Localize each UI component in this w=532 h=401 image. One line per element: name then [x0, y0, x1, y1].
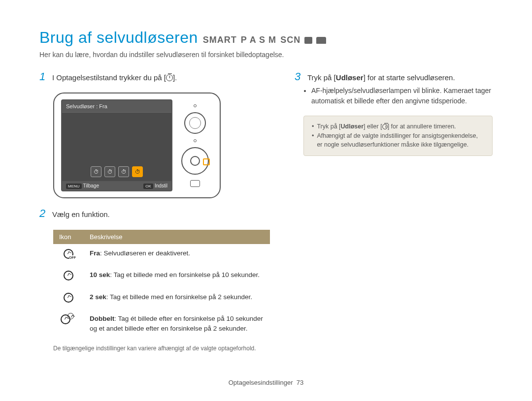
table-row-3-desc: Dobbelt: Tag ét billede efter en forsink… [84, 309, 270, 338]
function-table: Ikon Beskrivelse Fra: Selvudløseren er d… [53, 230, 270, 338]
footer-page-number: 73 [297, 379, 303, 386]
table-footnote: De tilgængelige indstillinger kan varier… [53, 344, 270, 353]
mode-scn: SCN [280, 35, 300, 45]
timer-off-icon [64, 249, 73, 259]
camera-screen-title: Selvudløser : Fra [62, 100, 171, 113]
page-footer: Optagelsesindstillinger 73 [0, 379, 532, 386]
right-column: 3 Tryk på [Udløser] for at starte selvud… [295, 71, 493, 353]
table-row: Fra: Selvudløseren er deaktiveret. [53, 244, 270, 266]
mode-letters: P A S M [241, 35, 276, 45]
info-bullet-2: Afhængigt af de valgte indstillinger for… [312, 131, 484, 150]
camera-mode-dial [184, 112, 206, 134]
timer-2-icon [64, 293, 73, 303]
camera-option-row: ⏱ ⏱ ⏱ ⏱ [66, 166, 167, 177]
step-3-text: Tryk på [Udløser] for at starte selvudlø… [307, 71, 493, 83]
camera-option-selected: ⏱ [132, 166, 143, 177]
table-row-0-desc: Fra: Selvudløseren er deaktiveret. [84, 244, 270, 266]
table-row-2-desc: 2 sek: Tag et billede med en forsinkelse… [84, 288, 270, 310]
camera-wheel-highlight [203, 158, 210, 165]
timer-10-icon [64, 271, 73, 280]
camera-set-label: OKIndstil [143, 183, 167, 188]
table-head-desc: Beskrivelse [84, 230, 270, 244]
step-2: 2 Vælg en funktion. [39, 208, 270, 219]
mode-icon-2 [316, 37, 326, 44]
step-2-number: 2 [39, 208, 48, 219]
step-2-text: Vælg en funktion. [52, 208, 270, 219]
table-row: 2 sek: Tag et billede med en forsinkelse… [53, 288, 270, 310]
left-column: 1 I Optagelsestilstand trykker du på [].… [39, 71, 270, 353]
camera-option-10: ⏱ [104, 166, 115, 177]
mode-icon-1 [304, 37, 312, 44]
camera-back-label: MENUTilbage [66, 183, 99, 188]
mode-strip: SMART P A S M SCN [203, 35, 326, 45]
camera-control-wheel [181, 147, 209, 175]
timer-icon [166, 74, 173, 81]
timer-double-icon-small [67, 313, 74, 319]
table-row: 10 sek: Tag et billede med en forsinkels… [53, 266, 270, 288]
camera-small-button [190, 180, 200, 187]
timer-icon [382, 124, 388, 129]
step-1: 1 I Optagelsestilstand trykker du på []. [39, 71, 270, 83]
title-row: Brug af selvudløseren SMART P A S M SCN [39, 29, 493, 47]
camera-option-2: ⏱ [118, 166, 129, 177]
step-3: 3 Tryk på [Udløser] for at starte selvud… [295, 71, 493, 106]
table-row: Dobbelt: Tag ét billede efter en forsink… [53, 309, 270, 338]
mode-smart: SMART [203, 35, 237, 45]
page-title: Brug af selvudløseren [39, 29, 198, 47]
step-1-text: I Optagelsestilstand trykker du på []. [52, 71, 270, 83]
camera-illustration: Selvudløser : Fra ⏱ ⏱ ⏱ ⏱ MENUTilbage [53, 93, 221, 198]
step-3-bullet-1: AF-hjælpelys/selvudløserlampen vil blink… [311, 86, 493, 106]
info-box: Tryk på [Udløser] eller [] for at annull… [303, 116, 493, 156]
camera-screen: Selvudløser : Fra ⏱ ⏱ ⏱ ⏱ MENUTilbage [61, 99, 172, 191]
camera-dot-2 [194, 139, 197, 142]
camera-led [194, 104, 197, 107]
table-row-1-desc: 10 sek: Tag et billede med en forsinkels… [84, 266, 270, 288]
camera-option-off: ⏱ [91, 166, 101, 177]
table-head-icon: Ikon [53, 230, 84, 244]
step-3-number: 3 [295, 71, 303, 82]
intro-text: Her kan du lære, hvordan du indstiller s… [39, 51, 493, 59]
step-1-number: 1 [39, 71, 48, 82]
camera-controls [177, 99, 213, 191]
step-3-bullets: AF-hjælpelys/selvudløserlampen vil blink… [311, 86, 493, 106]
footer-section: Optagelsesindstillinger [229, 379, 293, 386]
info-bullet-1: Tryk på [Udløser] eller [] for at annull… [312, 122, 484, 131]
